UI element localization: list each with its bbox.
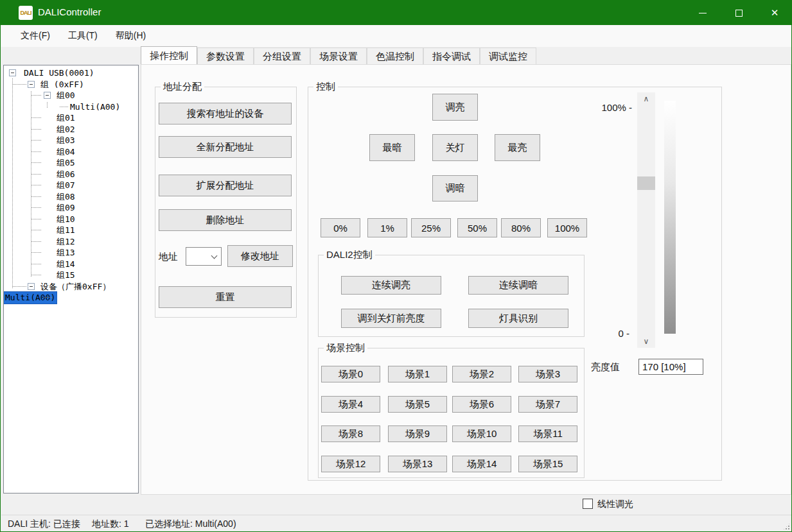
new-assign-address-button[interactable]: 全新分配地址 — [159, 136, 292, 158]
tree-node-组10[interactable]: 组10 — [4, 214, 138, 225]
tree-node-multi-a00[interactable]: Multi(A00) — [4, 101, 138, 113]
minimize-icon — [699, 13, 707, 13]
tree-node-组13[interactable]: 组13 — [4, 247, 138, 259]
darken-button[interactable]: 调暗 — [432, 175, 478, 202]
tree-node-组09[interactable]: 组09 — [4, 202, 138, 214]
scene-4-button[interactable]: 场景4 — [321, 396, 380, 413]
scrollbar-thumb[interactable] — [637, 176, 655, 190]
continuous-darken-button[interactable]: 连续调暗 — [468, 276, 568, 295]
scroll-up-icon[interactable]: ∧ — [637, 92, 655, 105]
percent-1-button[interactable]: 1% — [367, 218, 407, 237]
collapse-icon[interactable] — [28, 81, 35, 88]
percent-0-button[interactable]: 0% — [321, 218, 360, 237]
percent-25-button[interactable]: 25% — [411, 218, 451, 237]
tab-4[interactable]: 场景设置 — [310, 47, 367, 64]
scene-2-button[interactable]: 场景2 — [452, 366, 511, 382]
scene-1-button[interactable]: 场景1 — [388, 366, 447, 382]
brightness-gradient-bar — [664, 101, 676, 334]
scene-9-button[interactable]: 场景9 — [388, 425, 447, 442]
tab-1[interactable]: 操作控制 — [141, 46, 197, 64]
menu-help[interactable]: 帮助(H) — [107, 25, 155, 47]
scene-3-button[interactable]: 场景3 — [518, 366, 577, 382]
tree-node-组14[interactable]: 组14 — [4, 259, 138, 270]
resize-grip[interactable] — [782, 522, 791, 531]
tab-2[interactable]: 参数设置 — [197, 47, 254, 64]
menu-file[interactable]: 文件(F) — [12, 25, 59, 47]
tree-node-root[interactable]: DALI USB(0001) — [4, 67, 138, 79]
tab-6[interactable]: 指令调试 — [423, 47, 480, 64]
status-bar: DALI 主机: 已连接 地址数: 1 已选择地址: Multi(A00) — [1, 515, 792, 532]
minimize-button[interactable] — [685, 1, 721, 25]
collapse-icon[interactable] — [9, 69, 16, 76]
tree-node-组01[interactable]: 组01 — [4, 112, 138, 124]
recall-last-level-button[interactable]: 调到关灯前亮度 — [341, 309, 441, 328]
dali2-title: DALI2控制 — [324, 249, 375, 261]
scroll-down-icon[interactable]: ∨ — [637, 335, 655, 348]
extend-assign-address-button[interactable]: 扩展分配地址 — [159, 175, 292, 196]
footer-strip: 线性调光 — [1, 495, 792, 515]
scene-6-button[interactable]: 场景6 — [452, 396, 511, 413]
address-assign-title: 地址分配 — [161, 81, 204, 93]
tree-node-组05[interactable]: 组05 — [4, 157, 138, 169]
menu-bar: 文件(F) 工具(T) 帮助(H) — [1, 25, 792, 47]
maximize-icon — [735, 10, 743, 17]
modify-address-button[interactable]: 修改地址 — [227, 245, 293, 267]
tree-node-组03[interactable]: 组03 — [4, 135, 138, 146]
tree-node-组12[interactable]: 组12 — [4, 236, 138, 248]
scene-0-button[interactable]: 场景0 — [321, 366, 380, 382]
dimmest-button[interactable]: 最暗 — [369, 134, 415, 161]
scene-7-button[interactable]: 场景7 — [518, 396, 577, 413]
window-title: DALIController — [38, 6, 101, 17]
collapse-icon[interactable] — [28, 283, 35, 290]
chevron-down-icon — [211, 253, 218, 259]
scene-13-button[interactable]: 场景13 — [388, 456, 447, 472]
scene-15-button[interactable]: 场景15 — [518, 456, 577, 472]
tree-node-group-parent[interactable]: 组 (0xFF) — [4, 79, 138, 90]
title-bar: DALI DALIController ✕ — [1, 1, 792, 25]
search-addressed-devices-button[interactable]: 搜索有地址的设备 — [159, 103, 292, 124]
collapse-icon[interactable] — [44, 92, 51, 99]
tab-strip: 操作控制参数设置分组设置场景设置色温控制指令调试调试监控 — [141, 46, 536, 64]
scene-10-button[interactable]: 场景10 — [452, 425, 511, 442]
tree-node-组02[interactable]: 组02 — [4, 124, 138, 135]
brightest-button[interactable]: 最亮 — [495, 134, 540, 161]
continuous-brighten-button[interactable]: 连续调亮 — [341, 276, 441, 295]
lamp-identify-button[interactable]: 灯具识别 — [468, 309, 568, 328]
tree-node-组15[interactable]: 组15 — [4, 270, 138, 281]
tree-node-device-parent[interactable]: 设备（广播0xFF） — [4, 281, 138, 293]
close-button[interactable]: ✕ — [757, 1, 792, 25]
tree-node-组11[interactable]: 组11 — [4, 225, 138, 236]
tree-node-组06[interactable]: 组06 — [4, 169, 138, 180]
brightness-value-field[interactable]: 170 [10%] — [638, 359, 703, 375]
lamp-off-button[interactable]: 关灯 — [432, 134, 478, 161]
scene-12-button[interactable]: 场景12 — [321, 456, 380, 472]
scene-5-button[interactable]: 场景5 — [388, 396, 447, 413]
tree-node-selected-multi-a00[interactable]: Multi(A00) — [4, 292, 138, 304]
linear-dimming-label: 线性调光 — [597, 499, 633, 510]
tab-3[interactable]: 分组设置 — [254, 47, 310, 64]
status-address-count: 地址数: 1 — [92, 519, 129, 530]
percent-100-button[interactable]: 100% — [547, 218, 587, 237]
tab-7[interactable]: 调试监控 — [480, 47, 536, 64]
brightness-scrollbar[interactable]: ∧ ∨ — [637, 92, 655, 348]
linear-dimming-checkbox[interactable] — [583, 499, 593, 509]
brighten-button[interactable]: 调亮 — [432, 94, 478, 121]
reset-button[interactable]: 重置 — [159, 286, 292, 308]
menu-tools[interactable]: 工具(T) — [59, 25, 107, 47]
scene-11-button[interactable]: 场景11 — [518, 425, 577, 442]
tree-node-组07[interactable]: 组07 — [4, 180, 138, 191]
percent-80-button[interactable]: 80% — [501, 218, 541, 237]
status-host: DALI 主机: 已连接 — [8, 519, 80, 530]
tree-node-group00[interactable]: 组00 — [4, 90, 138, 101]
tree-node-组08[interactable]: 组08 — [4, 191, 138, 203]
percent-50-button[interactable]: 50% — [457, 218, 497, 237]
maximize-button[interactable] — [721, 1, 757, 25]
address-combobox[interactable] — [186, 247, 222, 266]
close-icon: ✕ — [771, 7, 779, 19]
tab-5[interactable]: 色温控制 — [367, 47, 423, 64]
scene-14-button[interactable]: 场景14 — [452, 456, 511, 472]
delete-address-button[interactable]: 删除地址 — [159, 209, 292, 231]
slider-min-label: 0 - — [591, 328, 629, 339]
scene-8-button[interactable]: 场景8 — [321, 425, 380, 442]
tree-node-组04[interactable]: 组04 — [4, 146, 138, 158]
